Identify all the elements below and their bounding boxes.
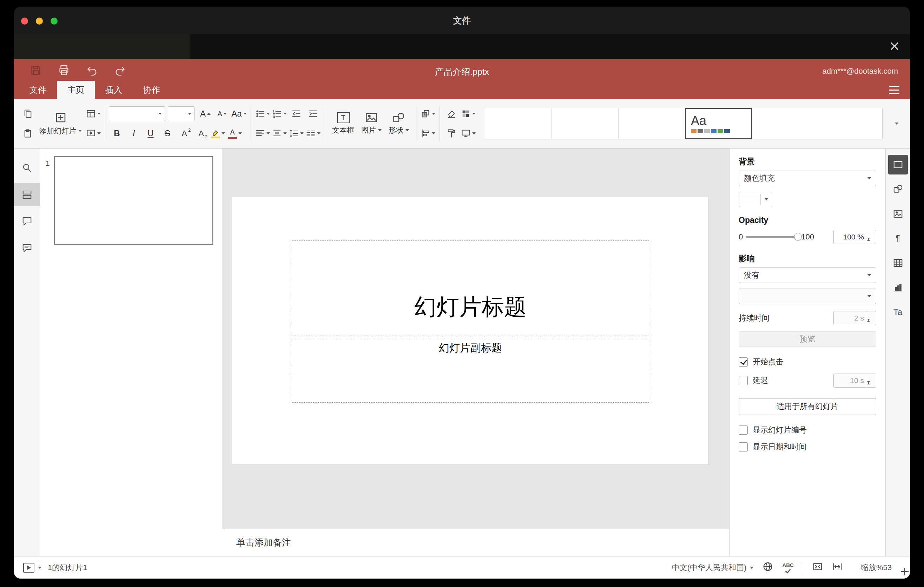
- numbering-button[interactable]: [271, 106, 287, 122]
- comments-button[interactable]: [14, 209, 40, 233]
- change-case-button[interactable]: Aa: [231, 106, 247, 122]
- theme-gallery-expand-button[interactable]: [889, 108, 904, 139]
- spin-down-icon[interactable]: [867, 319, 870, 325]
- slide-layout-button[interactable]: [85, 106, 101, 122]
- slide[interactable]: 幻灯片标题 幻灯片副标题: [232, 197, 708, 465]
- slide-thumbnail[interactable]: [54, 156, 213, 245]
- tab-collaboration[interactable]: 协作: [133, 81, 171, 99]
- tab-insert[interactable]: 插入: [95, 81, 133, 99]
- start-slideshow-button[interactable]: [85, 125, 101, 142]
- notes-area[interactable]: 单击添加备注: [222, 529, 729, 556]
- chat-button[interactable]: [14, 236, 40, 259]
- start-on-click-checkbox[interactable]: [739, 358, 748, 366]
- bold-button[interactable]: B: [109, 125, 125, 142]
- theme-tile[interactable]: [619, 108, 685, 139]
- horizontal-align-button[interactable]: [254, 125, 271, 142]
- insert-image-button[interactable]: 图片: [358, 106, 385, 142]
- tab-file[interactable]: 文件: [19, 81, 57, 99]
- delay-input[interactable]: 10 s: [833, 374, 876, 387]
- tab-home[interactable]: 主页: [57, 81, 95, 99]
- slider-knob[interactable]: [794, 233, 802, 241]
- align-shape-button[interactable]: [420, 125, 436, 142]
- macos-titlebar: 文件: [14, 7, 910, 34]
- copy-button[interactable]: [20, 106, 36, 122]
- subtitle-placeholder[interactable]: 幻灯片副标题: [292, 338, 649, 403]
- font-size-combo[interactable]: [168, 106, 195, 121]
- chevron-down-icon[interactable]: [38, 567, 41, 569]
- search-button[interactable]: [14, 156, 40, 180]
- spin-down-icon[interactable]: [867, 238, 870, 244]
- slides-panel-button[interactable]: [14, 183, 40, 206]
- subscript-button[interactable]: A2: [193, 125, 209, 142]
- start-on-click-row[interactable]: 开始点击: [739, 357, 876, 367]
- delay-row[interactable]: 延迟: [739, 375, 768, 386]
- close-icon[interactable]: [889, 41, 900, 52]
- left-iconbar: [14, 148, 40, 556]
- textart-icon: Ta: [893, 307, 902, 317]
- vertical-align-button[interactable]: [271, 125, 287, 142]
- fill-color-picker[interactable]: [739, 192, 772, 207]
- start-slideshow-statusbar-button[interactable]: [23, 563, 35, 572]
- spin-down-icon[interactable]: [867, 381, 870, 387]
- opacity-slider[interactable]: [746, 236, 798, 238]
- columns-button[interactable]: [305, 125, 321, 142]
- textart-settings-button[interactable]: Ta: [888, 302, 908, 322]
- delay-checkbox[interactable]: [739, 376, 748, 385]
- shape-settings-button[interactable]: [888, 180, 908, 199]
- strikethrough-button[interactable]: S: [159, 125, 175, 142]
- image-settings-button[interactable]: [888, 204, 908, 224]
- theme-tile-selected[interactable]: Aa: [685, 108, 752, 139]
- play-icon: [27, 566, 31, 570]
- effect-select[interactable]: 没有: [739, 267, 876, 283]
- preview-button[interactable]: 预览: [739, 331, 876, 347]
- highlight-color-button[interactable]: [210, 125, 226, 142]
- theme-tile[interactable]: [552, 108, 619, 139]
- copy-style-button[interactable]: [444, 125, 460, 142]
- opacity-max: 100: [801, 232, 814, 242]
- increase-indent-button[interactable]: [305, 106, 321, 122]
- show-slide-number-row[interactable]: 显示幻灯片编号: [739, 425, 876, 435]
- insert-textbox-button[interactable]: T 文本框: [328, 106, 358, 142]
- paragraph-settings-button[interactable]: ¶: [888, 229, 908, 248]
- effect-type-select[interactable]: [739, 289, 876, 304]
- chart-settings-button[interactable]: [888, 278, 908, 297]
- zoom-traffic-light[interactable]: [51, 18, 58, 25]
- add-slide-button[interactable]: 添加幻灯片: [36, 106, 85, 142]
- spellcheck-button[interactable]: ABC: [782, 562, 794, 573]
- increase-font-button[interactable]: A: [197, 106, 213, 122]
- effect-label: 影响: [739, 253, 876, 264]
- close-traffic-light[interactable]: [21, 18, 28, 25]
- fit-width-button[interactable]: [832, 561, 843, 574]
- font-color-button[interactable]: A: [227, 125, 243, 142]
- italic-button[interactable]: I: [126, 125, 142, 142]
- document-language-button[interactable]: [762, 561, 773, 574]
- title-placeholder[interactable]: 幻灯片标题: [292, 241, 649, 336]
- duration-input[interactable]: 2 s: [833, 311, 876, 325]
- superscript-button[interactable]: A2: [176, 125, 192, 142]
- arrange-shape-button[interactable]: [420, 106, 436, 122]
- fit-slide-button[interactable]: [812, 561, 823, 574]
- show-date-time-checkbox[interactable]: [739, 442, 748, 452]
- apply-to-all-slides-button[interactable]: 适用于所有幻灯片: [739, 398, 876, 415]
- font-name-combo[interactable]: [109, 106, 165, 121]
- clear-style-button[interactable]: [444, 106, 460, 122]
- paste-button[interactable]: [20, 125, 36, 142]
- slide-settings-button[interactable]: [888, 155, 908, 175]
- table-settings-button[interactable]: [888, 253, 908, 273]
- fill-type-select[interactable]: 颜色填充: [739, 171, 876, 186]
- line-spacing-button[interactable]: [288, 125, 304, 142]
- slide-size-button[interactable]: [460, 125, 477, 142]
- minimize-traffic-light[interactable]: [36, 18, 43, 25]
- menu-icon[interactable]: [889, 86, 899, 94]
- language-select[interactable]: 中文(中华人民共和国): [672, 562, 754, 573]
- opacity-input[interactable]: 100 %: [833, 230, 876, 244]
- theme-tile[interactable]: [485, 108, 552, 139]
- color-scheme-button[interactable]: [460, 106, 477, 122]
- bullets-button[interactable]: [254, 106, 271, 122]
- show-slide-number-checkbox[interactable]: [739, 425, 748, 435]
- decrease-font-button[interactable]: A: [214, 106, 230, 122]
- decrease-indent-button[interactable]: [288, 106, 304, 122]
- insert-shape-button[interactable]: 形状: [385, 106, 412, 142]
- show-date-time-row[interactable]: 显示日期和时间: [739, 442, 876, 452]
- underline-button[interactable]: U: [142, 125, 159, 142]
